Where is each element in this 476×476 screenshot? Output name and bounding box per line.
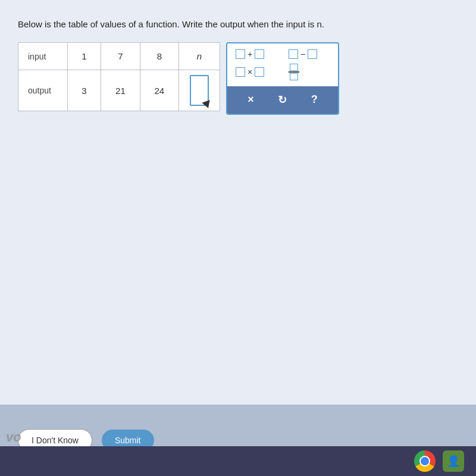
sq-icon [236,49,245,59]
output-row: output 3 21 24 [18,70,220,111]
chrome-icon[interactable] [414,450,436,472]
math-panel: + − × [226,42,339,115]
fraction-icon [289,64,299,80]
sq-icon [255,67,264,77]
main-content: Below is the table of values of a functi… [0,0,476,405]
clear-button[interactable]: × [244,92,258,107]
input-val-1: 1 [67,43,101,70]
output-val-3: 24 [140,70,178,111]
table-and-panel: input 1 7 8 n output 3 21 24 [18,42,458,115]
math-panel-operators: + − × [227,43,338,86]
user-icon[interactable]: 👤 [443,450,464,472]
question-text: Below is the table of values of a functi… [18,18,458,30]
cursor-indicator [202,100,212,109]
sq-icon [255,49,264,59]
input-val-3: 8 [140,43,178,70]
output-label: output [18,70,68,111]
undo-button[interactable]: ↻ [274,92,290,108]
function-table: input 1 7 8 n output 3 21 24 [18,42,220,111]
input-label: input [18,43,68,70]
help-button[interactable]: ? [308,92,321,107]
math-panel-actions: × ↻ ? [227,86,338,114]
subtract-button[interactable]: − [289,49,330,59]
input-row: input 1 7 8 n [18,43,220,70]
answer-input-box[interactable] [190,75,209,106]
output-val-2: 21 [101,70,140,111]
output-val-1: 3 [67,70,101,111]
sq-icon [308,49,317,59]
sq-icon [236,67,245,77]
input-val-n: n [179,43,220,70]
taskbar: 👤 [0,446,476,476]
watermark: vo [6,430,21,445]
multiply-button[interactable]: × [236,64,277,80]
sq-icon [289,49,298,59]
fraction-button[interactable] [289,64,330,80]
output-input-cell[interactable] [179,70,220,111]
input-val-2: 7 [101,43,140,70]
add-button[interactable]: + [236,49,277,59]
